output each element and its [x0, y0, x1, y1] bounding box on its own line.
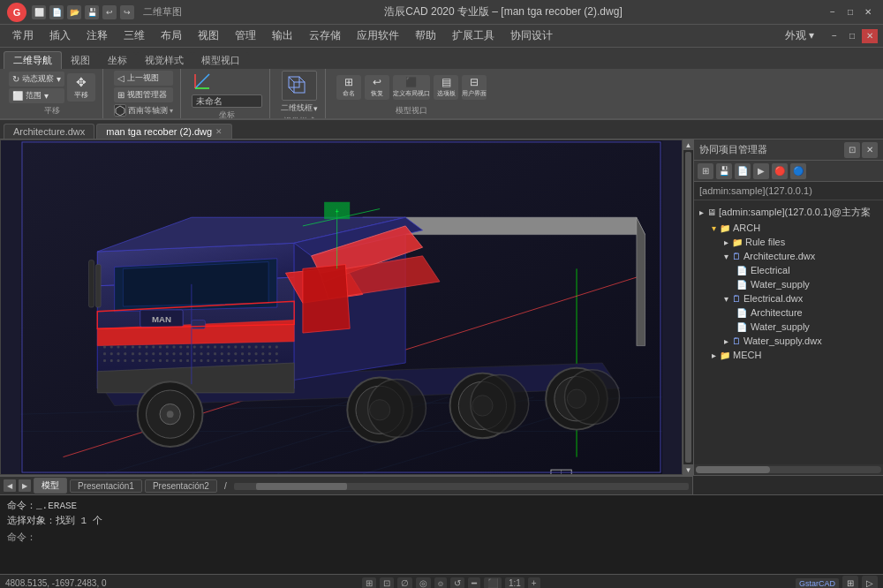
menu-help[interactable]: 帮助	[408, 26, 443, 45]
pan-button[interactable]: ✥ 平移	[67, 73, 95, 102]
ribbon-tab-view[interactable]: 视图	[62, 52, 99, 69]
gstarcad-logo-btn[interactable]: GstarCAD	[796, 578, 839, 589]
cmd-input[interactable]	[40, 532, 876, 543]
tree-arch-folder[interactable]: ▾ 📁 ARCH	[694, 221, 883, 235]
tree-architecture-dwx[interactable]: ▾ 🗒 Architecture.dwx	[694, 249, 883, 263]
menu-cloud[interactable]: 云存储	[302, 26, 348, 45]
maximize-button[interactable]: □	[842, 5, 858, 19]
ribbon-close-button[interactable]: ✕	[862, 29, 878, 43]
arch-dwx-file-icon: 🗒	[732, 252, 741, 261]
panel-tool-1[interactable]: ⊞	[698, 163, 713, 179]
cmd-line-1: 命令：_.ERASE	[7, 499, 876, 512]
user-interface-button[interactable]: ⊟ 用户界面	[462, 75, 487, 100]
tree-watersupply-under-elec[interactable]: 📄 Water_supply	[694, 320, 883, 334]
panel-scrollbar[interactable]	[694, 464, 883, 475]
panel-tool-2[interactable]: 💾	[716, 163, 732, 179]
panel-tool-4[interactable]: ▶	[753, 163, 769, 179]
tree-electrical-dwx[interactable]: ▾ 🗒 Electrical.dwx	[694, 291, 883, 305]
nav-add-tab[interactable]: /	[220, 480, 231, 492]
scroll-down-arrow[interactable]: ▼	[683, 464, 693, 475]
nav-tab-presentation1[interactable]: Presentación1	[70, 479, 142, 493]
scroll-y-thumb[interactable]	[685, 152, 691, 463]
otrack-toggle[interactable]: ↺	[450, 577, 464, 588]
sketch-mode-icon[interactable]: ⬜	[32, 5, 46, 19]
name-viewport-button[interactable]: ⊞ 命名	[336, 75, 361, 100]
viewport[interactable]: MAN	[0, 139, 683, 475]
tree-mech-folder[interactable]: ▸ 📁 MECH	[694, 348, 883, 362]
menu-layout[interactable]: 布局	[154, 26, 189, 45]
statusbar-extra-2[interactable]: ▷	[862, 576, 878, 589]
view-dropdown-arrow[interactable]: ▾	[170, 107, 173, 115]
ribbon-minimize-button[interactable]: −	[826, 29, 842, 43]
polar-toggle[interactable]: ◎	[416, 577, 431, 588]
new-file-icon[interactable]: 📄	[49, 5, 64, 19]
range-button[interactable]: ⬜范围▾	[9, 88, 64, 103]
panel-scroll-thumb[interactable]	[696, 466, 770, 473]
panel-tool-6[interactable]: 🔵	[790, 163, 806, 179]
grid-toggle[interactable]: ⊡	[380, 577, 394, 588]
ribbon-tab-visual[interactable]: 视觉样式	[136, 52, 192, 69]
scale-display[interactable]: 1:1	[505, 577, 525, 588]
panel-float-icon[interactable]: ⊡	[844, 142, 860, 158]
minimize-button[interactable]: −	[825, 5, 841, 19]
osnap-toggle[interactable]: ⌾	[434, 577, 447, 588]
menu-view[interactable]: 视图	[191, 26, 226, 45]
arch-folder-icon: 📁	[720, 223, 730, 233]
menu-insert[interactable]: 插入	[42, 26, 78, 45]
panel-close-icon[interactable]: ✕	[862, 142, 878, 158]
tab-close-icon[interactable]: ✕	[215, 127, 223, 136]
close-button[interactable]: ✕	[860, 5, 876, 19]
tree-watersupply-dwx[interactable]: ▸ 🗒 Water_supply.dwx	[694, 334, 883, 348]
viewport-scrollbar-y[interactable]: ▲ ▼	[683, 139, 693, 475]
define-layout-button[interactable]: ⬛ 定义布局视口	[393, 75, 430, 100]
zoom-in[interactable]: +	[528, 577, 540, 588]
ribbon-tab-coords[interactable]: 坐标	[99, 52, 136, 69]
nav-scroll-thumb[interactable]	[256, 483, 347, 490]
model-toggle[interactable]: ⬛	[484, 577, 502, 588]
view-manager-button[interactable]: ⊞视图管理器	[114, 87, 173, 102]
tree-rulefiles[interactable]: ▸ 📁 Rule files	[694, 235, 883, 249]
nav-next-arrow[interactable]: ▶	[19, 479, 31, 492]
svg-rect-62	[159, 352, 162, 355]
tree-electrical-under-arch[interactable]: 📄 Electrical	[694, 263, 883, 277]
prev-view-button[interactable]: ◁上一视图	[114, 71, 173, 86]
menu-3d[interactable]: 三维	[117, 26, 152, 45]
panel-tool-3[interactable]: 📄	[735, 163, 751, 179]
redo-icon[interactable]: ↪	[120, 5, 134, 19]
statusbar-extra-1[interactable]: ⊞	[842, 576, 858, 589]
tab-architecture-label: Architecture.dwx	[13, 126, 85, 137]
options-palette-button[interactable]: ▤ 选项板	[434, 75, 458, 100]
ribbon-tabs: 二维导航 视图 坐标 视觉样式 模型视口	[0, 48, 883, 69]
menu-common[interactable]: 常用	[5, 26, 41, 45]
tree-watersupply-under-arch[interactable]: 📄 Water_supply	[694, 277, 883, 291]
menu-collab[interactable]: 协同设计	[503, 26, 560, 45]
tree-root[interactable]: ▸ 🖥 [admin:sample](127.0.0.1)@主方案	[694, 204, 883, 221]
ribbon-tab-2dnav[interactable]: 二维导航	[4, 51, 62, 69]
panel-tool-5[interactable]: 🔴	[772, 163, 788, 179]
coord-name-input[interactable]	[192, 94, 262, 108]
open-file-icon[interactable]: 📂	[67, 5, 81, 19]
menu-output[interactable]: 输出	[265, 26, 300, 45]
ortho-toggle[interactable]: ∅	[397, 577, 412, 588]
restore-viewport-button[interactable]: ↩ 恢复	[365, 75, 389, 100]
save-icon[interactable]: 💾	[85, 5, 99, 19]
menu-annotate[interactable]: 注释	[79, 26, 115, 45]
dynamic-orbit-button[interactable]: ↻动态观察▾	[9, 72, 64, 87]
tab-main-drawing[interactable]: man tga recober (2).dwg ✕	[96, 124, 232, 139]
nav-tab-model[interactable]: 模型	[34, 478, 67, 494]
tab-architecture[interactable]: Architecture.dwx	[4, 124, 94, 139]
menu-apps[interactable]: 应用软件	[350, 26, 406, 45]
lwt-toggle[interactable]: ━	[468, 577, 480, 588]
ribbon-restore-button[interactable]: □	[844, 29, 860, 43]
tree-architecture-under-elec[interactable]: 📄 Architecture	[694, 305, 883, 320]
ribbon-tab-viewport[interactable]: 模型视口	[192, 52, 249, 69]
snap-toggle[interactable]: ⊞	[362, 577, 376, 588]
undo-icon[interactable]: ↩	[102, 5, 117, 19]
nav-prev-arrow[interactable]: ◀	[4, 479, 16, 492]
visual-dropdown-arrow[interactable]: ▾	[313, 104, 318, 113]
nav-tab-presentation2[interactable]: Presentación2	[145, 479, 217, 493]
menu-appearance[interactable]: 外观 ▾	[778, 26, 821, 45]
menu-manage[interactable]: 管理	[228, 26, 263, 45]
menu-extensions[interactable]: 扩展工具	[445, 26, 502, 45]
scroll-up-arrow[interactable]: ▲	[683, 139, 693, 150]
